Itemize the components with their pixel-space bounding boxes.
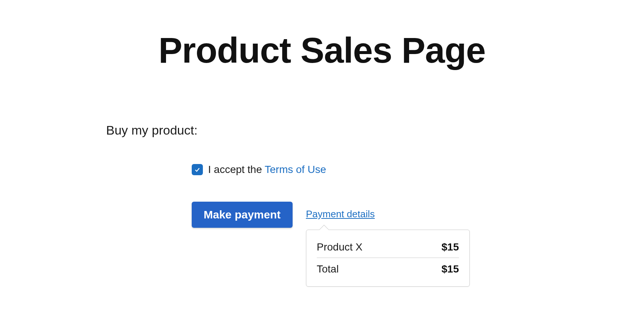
make-payment-button[interactable]: Make payment <box>192 202 293 228</box>
terms-label: I accept the Terms of Use <box>208 164 326 176</box>
terms-checkbox[interactable] <box>192 164 203 175</box>
payment-details-popover: Product X $15 Total $15 <box>306 230 470 287</box>
prompt-text: Buy my product: <box>106 123 583 138</box>
payment-line-item: Product X $15 <box>317 239 459 258</box>
payment-total: Total $15 <box>317 261 459 277</box>
actions-row: Make payment Payment details Product X $… <box>192 202 583 287</box>
total-value: $15 <box>441 263 459 275</box>
terms-checkbox-row: I accept the Terms of Use <box>192 164 583 176</box>
line-item-label: Product X <box>317 241 363 253</box>
terms-of-use-link[interactable]: Terms of Use <box>265 164 326 175</box>
payment-details-link[interactable]: Payment details <box>306 208 470 220</box>
terms-label-prefix: I accept the <box>208 164 265 175</box>
payment-details-column: Payment details Product X $15 Total $15 <box>306 202 470 287</box>
line-item-value: $15 <box>441 241 459 253</box>
total-label: Total <box>317 263 339 275</box>
check-icon <box>194 166 201 173</box>
page-title: Product Sales Page <box>61 30 583 71</box>
